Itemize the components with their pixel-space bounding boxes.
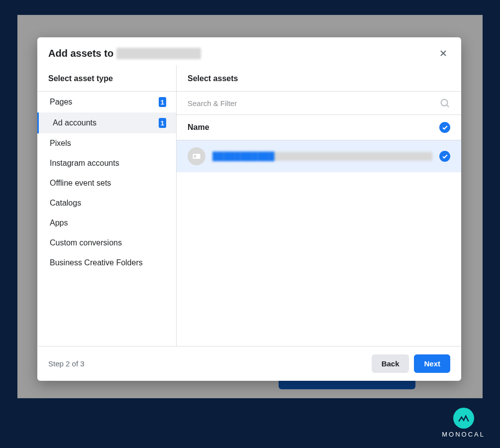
asset-type-ad-accounts[interactable]: Ad accounts1 xyxy=(37,112,176,133)
search-row xyxy=(177,91,461,115)
column-header-name: Name xyxy=(188,123,209,132)
sidebar-title: Select asset type xyxy=(37,68,176,91)
footer-actions: Back Next xyxy=(372,354,450,373)
step-indicator: Step 2 of 3 xyxy=(48,359,85,368)
asset-selected-check[interactable] xyxy=(439,151,450,162)
asset-type-label: Offline event sets xyxy=(50,179,111,188)
check-icon xyxy=(442,153,448,160)
account-icon xyxy=(192,151,201,161)
select-all-check[interactable] xyxy=(439,122,450,133)
asset-type-catalogs[interactable]: Catalogs xyxy=(37,193,176,213)
asset-type-label: Custom conversions xyxy=(50,238,122,247)
asset-row[interactable]: ███████████ xyxy=(177,140,461,172)
svg-rect-1 xyxy=(193,154,200,159)
asset-type-label: Business Creative Folders xyxy=(50,258,143,267)
asset-rows: ███████████ xyxy=(177,140,461,172)
asset-main-panel: Select assets Name ███████████ xyxy=(177,65,461,346)
asset-type-custom-conversions[interactable]: Custom conversions xyxy=(37,233,176,253)
search-input[interactable] xyxy=(188,99,439,108)
asset-type-label: Pages xyxy=(50,98,72,107)
asset-type-apps[interactable]: Apps xyxy=(37,213,176,233)
svg-rect-2 xyxy=(194,155,196,158)
brand-logo xyxy=(453,408,474,429)
modal-body: Select asset type Pages1Ad accounts1Pixe… xyxy=(37,65,461,346)
close-icon xyxy=(438,48,448,58)
brand-logo-icon xyxy=(457,412,470,425)
asset-type-pixels[interactable]: Pixels xyxy=(37,133,176,153)
asset-type-sidebar: Select asset type Pages1Ad accounts1Pixe… xyxy=(37,65,177,346)
asset-type-business-creative-folders[interactable]: Business Creative Folders xyxy=(37,253,176,273)
asset-type-pages[interactable]: Pages1 xyxy=(37,92,176,112)
search-icon xyxy=(439,98,450,109)
asset-type-label: Pixels xyxy=(50,139,71,148)
main-title: Select assets xyxy=(177,68,461,91)
add-assets-modal: Add assets to ████████████ Select asset … xyxy=(37,37,461,381)
asset-type-count-badge: 1 xyxy=(159,97,166,107)
asset-type-instagram-accounts[interactable]: Instagram accounts xyxy=(37,153,176,173)
asset-type-list: Pages1Ad accounts1PixelsInstagram accoun… xyxy=(37,91,176,273)
asset-type-label: Apps xyxy=(50,219,68,227)
modal-title-subject: ████████████ xyxy=(116,48,201,59)
asset-avatar xyxy=(188,147,205,165)
close-button[interactable] xyxy=(436,46,450,60)
asset-name: ███████████ xyxy=(212,152,432,161)
svg-point-0 xyxy=(441,100,448,106)
modal-title: Add assets to ████████████ xyxy=(48,48,201,59)
next-button[interactable]: Next xyxy=(414,354,450,373)
back-button[interactable]: Back xyxy=(372,354,409,373)
asset-type-label: Instagram accounts xyxy=(50,159,119,168)
modal-title-prefix: Add assets to xyxy=(48,48,113,59)
asset-type-count-badge: 1 xyxy=(159,118,166,128)
column-header-row[interactable]: Name xyxy=(177,115,461,140)
brand-watermark: MONOCAL xyxy=(442,408,485,438)
modal-header: Add assets to ████████████ xyxy=(37,37,461,65)
asset-type-label: Catalogs xyxy=(50,199,81,208)
asset-type-label: Ad accounts xyxy=(53,118,97,127)
asset-type-offline-event-sets[interactable]: Offline event sets xyxy=(37,173,176,193)
brand-name: MONOCAL xyxy=(442,431,485,438)
check-icon xyxy=(442,124,448,131)
modal-footer: Step 2 of 3 Back Next xyxy=(37,346,461,381)
